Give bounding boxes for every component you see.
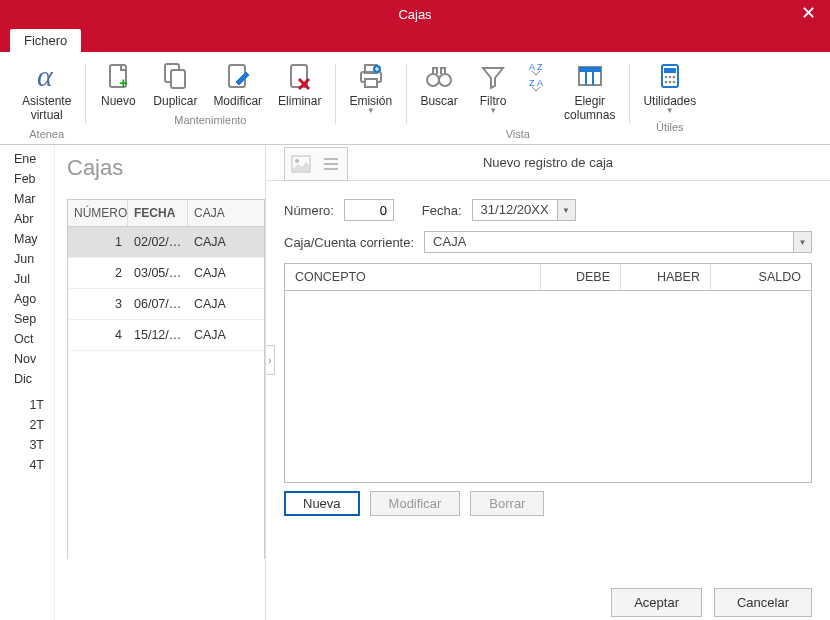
ribbon-group-vista: Buscar Filtro ▼ AZZA Elegir columnas xyxy=(406,56,629,144)
window-title: Cajas xyxy=(398,7,431,22)
list-icon[interactable] xyxy=(317,150,345,178)
btn-eliminar[interactable]: Eliminar xyxy=(272,56,327,112)
period-item[interactable]: Dic xyxy=(0,369,54,389)
cell-numero: 4 xyxy=(68,320,128,350)
period-item[interactable]: Ene xyxy=(0,149,54,169)
svg-point-23 xyxy=(672,76,675,79)
col-saldo[interactable]: SALDO xyxy=(711,264,811,290)
period-item[interactable]: Sep xyxy=(0,309,54,329)
mini-toolbar xyxy=(284,147,348,181)
svg-point-28 xyxy=(295,159,299,163)
period-item[interactable]: Jun xyxy=(0,249,54,269)
ribbon-tabstrip: Fichero xyxy=(0,28,830,52)
chevron-down-icon: ▼ xyxy=(666,106,674,115)
ribbon-group-mantenimiento: + Nuevo Duplicar Modificar Eli xyxy=(85,56,335,144)
btn-asistente-virtual[interactable]: α Asistente virtual xyxy=(16,56,77,126)
document-edit-icon xyxy=(222,60,254,92)
cell-numero: 1 xyxy=(68,227,128,257)
svg-point-24 xyxy=(664,81,667,84)
btn-cancelar[interactable]: Cancelar xyxy=(714,588,812,617)
ribbon-group-label: Atenea xyxy=(29,126,64,144)
btn-filtro[interactable]: Filtro ▼ xyxy=(468,56,518,126)
period-item[interactable]: 3T xyxy=(0,435,54,455)
period-item[interactable]: Abr xyxy=(0,209,54,229)
ribbon-group-atenea: α Asistente virtual Atenea xyxy=(8,56,85,144)
btn-elegir-columnas[interactable]: Elegir columnas xyxy=(558,56,621,126)
cajas-row[interactable]: 102/02/2...CAJA xyxy=(68,227,264,258)
btn-modificar[interactable]: Modificar xyxy=(207,56,268,112)
btn-nuevo[interactable]: + Nuevo xyxy=(93,56,143,112)
period-item[interactable]: Oct xyxy=(0,329,54,349)
btn-borrar[interactable]: Borrar xyxy=(470,491,544,516)
period-item[interactable]: Mar xyxy=(0,189,54,209)
btn-duplicar[interactable]: Duplicar xyxy=(147,56,203,112)
btn-buscar[interactable]: Buscar xyxy=(414,56,464,126)
svg-point-21 xyxy=(664,76,667,79)
label-numero: Número: xyxy=(284,203,334,218)
period-item[interactable]: Jul xyxy=(0,269,54,289)
combo-fecha-value: 31/12/20XX xyxy=(473,200,557,220)
ribbon-group-label: Vista xyxy=(506,126,530,144)
btn-emision[interactable]: Emisión ▼ xyxy=(343,56,398,119)
funnel-icon xyxy=(477,60,509,92)
svg-point-26 xyxy=(672,81,675,84)
col-numero[interactable]: NÚMERO xyxy=(68,200,128,226)
col-debe[interactable]: DEBE xyxy=(541,264,621,290)
btn-aceptar[interactable]: Aceptar xyxy=(611,588,702,617)
cajas-row[interactable]: 203/05/2...CAJA xyxy=(68,258,264,289)
chevron-down-icon: ▼ xyxy=(367,106,375,115)
movimientos-grid: CONCEPTO DEBE HABER SALDO xyxy=(284,263,812,483)
svg-point-22 xyxy=(668,76,671,79)
ribbon-group-label: Útiles xyxy=(656,119,684,137)
period-item[interactable]: Nov xyxy=(0,349,54,369)
cell-fecha: 02/02/2... xyxy=(128,227,188,257)
cajas-title: Cajas xyxy=(67,155,265,181)
period-item[interactable]: Ago xyxy=(0,289,54,309)
svg-point-25 xyxy=(668,81,671,84)
period-item[interactable]: Feb xyxy=(0,169,54,189)
btn-nueva[interactable]: Nueva xyxy=(284,491,360,516)
sort-az-icon: AZZA xyxy=(528,60,548,92)
btn-utilidades[interactable]: Utilidades ▼ xyxy=(637,56,702,119)
btn-sort[interactable]: AZZA xyxy=(522,56,554,126)
cell-caja: CAJA xyxy=(188,227,264,257)
period-item[interactable]: May xyxy=(0,229,54,249)
col-concepto[interactable]: CONCEPTO xyxy=(285,264,541,290)
chevron-down-icon[interactable]: ▼ xyxy=(793,232,811,252)
period-item[interactable]: 4T xyxy=(0,455,54,475)
ribbon: α Asistente virtual Atenea + Nuevo Dupli… xyxy=(0,52,830,145)
combo-caja-value: CAJA xyxy=(425,232,793,252)
period-item[interactable]: 1T xyxy=(0,395,54,415)
movimientos-grid-header: CONCEPTO DEBE HABER SALDO xyxy=(285,264,811,291)
cell-caja: CAJA xyxy=(188,258,264,288)
binoculars-icon xyxy=(423,60,455,92)
chevron-down-icon[interactable]: ▼ xyxy=(557,200,575,220)
close-icon[interactable]: ✕ xyxy=(795,2,822,24)
chevron-down-icon: ▼ xyxy=(489,106,497,115)
svg-rect-20 xyxy=(664,68,676,73)
cajas-grid-header: NÚMERO FECHA CAJA xyxy=(68,200,264,227)
btn-det-modificar[interactable]: Modificar xyxy=(370,491,461,516)
col-caja[interactable]: CAJA xyxy=(188,200,264,226)
combo-caja[interactable]: CAJA ▼ xyxy=(424,231,812,253)
svg-text:A: A xyxy=(537,78,543,88)
svg-text:+: + xyxy=(119,74,128,91)
svg-text:Z: Z xyxy=(529,78,535,88)
cajas-row[interactable]: 415/12/2...CAJA xyxy=(68,320,264,351)
col-fecha[interactable]: FECHA xyxy=(128,200,188,226)
cajas-row[interactable]: 306/07/2...CAJA xyxy=(68,289,264,320)
input-numero[interactable] xyxy=(344,199,394,221)
cell-caja: CAJA xyxy=(188,289,264,319)
cell-caja: CAJA xyxy=(188,320,264,350)
combo-fecha[interactable]: 31/12/20XX ▼ xyxy=(472,199,576,221)
document-new-icon: + xyxy=(102,60,134,92)
col-haber[interactable]: HABER xyxy=(621,264,711,290)
ribbon-group-emision: Emisión ▼ xyxy=(335,56,406,144)
image-icon[interactable] xyxy=(287,150,315,178)
period-item[interactable]: 2T xyxy=(0,415,54,435)
cell-numero: 2 xyxy=(68,258,128,288)
ribbon-tab-fichero[interactable]: Fichero xyxy=(10,29,81,52)
document-duplicate-icon xyxy=(159,60,191,92)
svg-text:Z: Z xyxy=(537,62,543,72)
svg-point-12 xyxy=(439,74,451,86)
